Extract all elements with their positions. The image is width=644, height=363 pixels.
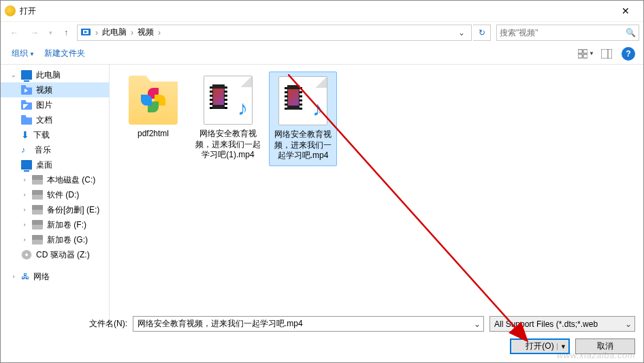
- expand-icon[interactable]: ⌄: [10, 72, 17, 78]
- window-title: 打开: [20, 5, 612, 17]
- documents-icon: [21, 115, 32, 125]
- filetype-combo[interactable]: All Support Files (*.dts;*.web ⌄: [489, 316, 635, 332]
- chevron-icon[interactable]: ›: [129, 28, 135, 37]
- breadcrumb[interactable]: › 此电脑 › 视频 › ⌄: [77, 25, 472, 41]
- expand-icon[interactable]: ›: [21, 191, 28, 198]
- preview-pane-button[interactable]: [598, 46, 615, 61]
- chevron-down-icon: ▼: [589, 50, 594, 57]
- svg-rect-6: [583, 54, 587, 57]
- titlebar: 打开 ✕: [1, 1, 643, 21]
- expand-icon[interactable]: ›: [21, 236, 28, 243]
- pictures-icon: [21, 100, 32, 110]
- back-button[interactable]: ←: [5, 25, 24, 41]
- expand-icon[interactable]: ›: [21, 206, 28, 213]
- sidebar-downloads[interactable]: ⬇下载: [1, 127, 109, 142]
- sidebar-documents[interactable]: 文档: [1, 112, 109, 127]
- drive-icon: [32, 175, 43, 185]
- videos-icon: [21, 85, 32, 95]
- music-icon: ♪: [21, 145, 31, 155]
- filetype-text: All Support Files (*.dts;*.web: [490, 319, 622, 329]
- expand-icon[interactable]: ›: [21, 176, 28, 183]
- breadcrumb-folder[interactable]: 视频: [135, 27, 157, 38]
- body: ⌄此电脑 视频 图片 文档 ⬇下载 ♪音乐 桌面 ›本地磁盘 (C:) ›软件 …: [1, 65, 643, 323]
- chevron-down-icon: ▼: [29, 51, 35, 57]
- chevron-icon[interactable]: ›: [94, 28, 99, 37]
- file-tile-folder[interactable]: pdf2html: [119, 72, 187, 144]
- file-tile-video[interactable]: ♪ 网络安全教育视频，进来我们一起学习吧(1).mp4: [194, 72, 262, 165]
- refresh-button[interactable]: ↻: [473, 25, 491, 41]
- network-icon: 🖧: [21, 272, 29, 281]
- recent-dropdown[interactable]: ▾: [46, 25, 55, 41]
- search-icon[interactable]: 🔍: [626, 28, 636, 37]
- svg-rect-7: [601, 49, 612, 59]
- sidebar-drive-g[interactable]: ›新加卷 (G:): [1, 232, 109, 247]
- split-arrow-icon[interactable]: ▼: [557, 343, 566, 350]
- toolbar: 组织▼ 新建文件夹 ▼ ?: [1, 43, 643, 65]
- navbar: ← → ▾ ↑ › 此电脑 › 视频 › ⌄ ↻ 🔍: [1, 21, 643, 43]
- sidebar-drive-e[interactable]: ›备份[勿删] (E:): [1, 202, 109, 217]
- filename-label: 文件名(N):: [89, 318, 127, 330]
- search-input[interactable]: [500, 28, 626, 37]
- filename-combo[interactable]: ⌄: [133, 316, 484, 332]
- svg-rect-5: [578, 54, 582, 57]
- svg-rect-4: [583, 49, 587, 52]
- chevron-down-icon[interactable]: ⌄: [622, 319, 634, 329]
- sidebar: ⌄此电脑 视频 图片 文档 ⬇下载 ♪音乐 桌面 ›本地磁盘 (C:) ›软件 …: [1, 65, 110, 323]
- sidebar-music[interactable]: ♪音乐: [1, 142, 109, 157]
- file-tile-video-selected[interactable]: ♪ 网络安全教育视频，进来我们一起学习吧.mp4: [269, 72, 337, 166]
- video-file-icon: ♪: [204, 76, 253, 125]
- file-list[interactable]: pdf2html ♪ 网络安全教育视频，进来我们一起学习吧(1).mp4 ♪ 网…: [110, 65, 643, 323]
- app-icon: [5, 5, 16, 16]
- sidebar-drive-z[interactable]: CD 驱动器 (Z:): [1, 247, 109, 262]
- up-button[interactable]: ↑: [57, 25, 76, 41]
- chevron-icon[interactable]: ›: [157, 28, 162, 37]
- drive-icon: [32, 205, 43, 215]
- breadcrumb-dropdown[interactable]: ⌄: [455, 28, 468, 37]
- file-label: 网络安全教育视频，进来我们一起学习吧(1).mp4: [195, 129, 261, 161]
- sidebar-network[interactable]: ›🖧网络: [1, 269, 109, 284]
- sidebar-pictures[interactable]: 图片: [1, 97, 109, 112]
- download-icon: ⬇: [21, 129, 29, 140]
- new-folder-button[interactable]: 新建文件夹: [42, 46, 88, 61]
- file-label: 网络安全教育视频，进来我们一起学习吧.mp4: [271, 129, 335, 161]
- breadcrumb-icon: [80, 27, 91, 38]
- sidebar-videos[interactable]: 视频: [1, 82, 109, 97]
- drive-icon: [32, 220, 43, 230]
- chevron-down-icon[interactable]: ⌄: [471, 319, 483, 329]
- close-button[interactable]: ✕: [612, 5, 639, 16]
- breadcrumb-root[interactable]: 此电脑: [99, 27, 129, 38]
- video-file-icon: ♪: [278, 76, 327, 125]
- cancel-button[interactable]: 取消: [575, 338, 635, 354]
- desktop-icon: [21, 160, 32, 170]
- footer: 文件名(N): ⌄ All Support Files (*.dts;*.web…: [1, 313, 643, 354]
- sidebar-drive-d[interactable]: ›软件 (D:): [1, 187, 109, 202]
- sidebar-drive-c[interactable]: ›本地磁盘 (C:): [1, 172, 109, 187]
- pc-icon: [21, 70, 32, 80]
- sidebar-desktop[interactable]: 桌面: [1, 157, 109, 172]
- forward-button[interactable]: →: [25, 25, 44, 41]
- search-box[interactable]: 🔍: [496, 25, 639, 41]
- drive-icon: [32, 190, 43, 200]
- help-button[interactable]: ?: [622, 47, 635, 61]
- drive-icon: [32, 235, 43, 244]
- open-button[interactable]: 打开(O) ▼: [510, 338, 570, 354]
- view-mode-button[interactable]: ▼: [578, 46, 594, 61]
- file-label: pdf2html: [120, 129, 186, 140]
- sidebar-this-pc[interactable]: ⌄此电脑: [1, 67, 109, 82]
- svg-rect-3: [578, 49, 582, 52]
- expand-icon[interactable]: ›: [10, 273, 17, 280]
- cd-icon: [21, 250, 32, 259]
- sidebar-drive-f[interactable]: ›新加卷 (F:): [1, 217, 109, 232]
- folder-icon: [129, 76, 178, 125]
- expand-icon[interactable]: ›: [21, 221, 28, 228]
- filename-input[interactable]: [133, 319, 471, 329]
- organize-menu[interactable]: 组织▼: [9, 46, 37, 61]
